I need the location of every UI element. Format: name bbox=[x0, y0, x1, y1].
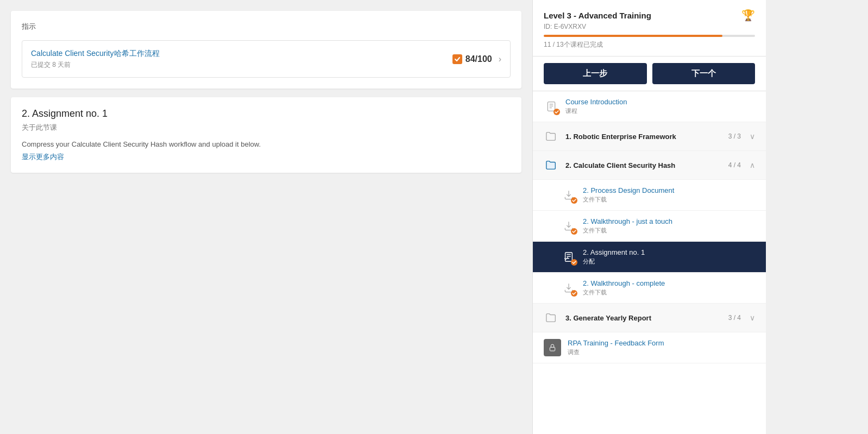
process-design-sub: 文件下载 bbox=[583, 196, 755, 204]
next-button[interactable]: 下一个 bbox=[652, 63, 756, 84]
assignment-active-title: 2. Assignment no. 1 bbox=[583, 248, 755, 256]
sidebar-item-walkthrough2[interactable]: 2. Walkthrough - complete 文件下载 bbox=[533, 273, 766, 304]
trophy-icon: 🏆 bbox=[741, 9, 755, 22]
section-1-chevron: ∨ bbox=[750, 132, 755, 141]
sidebar-item-assignment-active[interactable]: 2. Assignment no. 1 分配 bbox=[533, 242, 766, 273]
assignment-link[interactable]: Calculate Client Security哈希工作流程 bbox=[31, 49, 160, 58]
progress-text: 11 / 13个课程已完成 bbox=[544, 40, 755, 49]
section-3-chevron: ∨ bbox=[750, 313, 755, 322]
progress-bar-outer bbox=[544, 35, 755, 37]
section-2-chevron: ∧ bbox=[750, 161, 755, 169]
feedback-text: RPA Training - Feedback Form 调查 bbox=[568, 339, 755, 356]
completed-indicator-5 bbox=[571, 290, 577, 297]
section-2-title: 2. Calculate Client Security Hash bbox=[565, 161, 722, 169]
score-check-icon bbox=[452, 54, 462, 64]
walkthrough1-title: 2. Walkthrough - just a touch bbox=[583, 217, 755, 225]
section-3-title: 3. Generate Yearly Report bbox=[565, 314, 722, 322]
assignment-active-sub: 分配 bbox=[583, 257, 755, 266]
sidebar-header: Level 3 - Advanced Training 🏆 ID: E-6VXR… bbox=[533, 0, 766, 56]
section-2-count: 4 / 4 bbox=[728, 161, 741, 169]
show-more-link[interactable]: 显示更多内容 bbox=[22, 152, 511, 162]
doc-icon bbox=[544, 99, 559, 114]
process-design-text: 2. Process Design Document 文件下载 bbox=[583, 186, 755, 204]
section-1-title: 1. Robotic Enterprise Framework bbox=[565, 133, 722, 141]
download-icon-2 bbox=[561, 218, 576, 234]
sidebar-item-section-3[interactable]: 3. Generate Yearly Report 3 / 4 ∨ bbox=[533, 304, 766, 332]
folder-icon-2 bbox=[544, 158, 559, 173]
section-title: 2. Assignment no. 1 bbox=[22, 108, 511, 119]
instructions-card: 指示 Calculate Client Security哈希工作流程 已提交 8… bbox=[11, 11, 521, 89]
course-id: ID: E-6VXRXV bbox=[544, 23, 755, 30]
assignment-info: Calculate Client Security哈希工作流程 已提交 8 天前 bbox=[31, 48, 160, 70]
course-intro-sub: 课程 bbox=[565, 107, 755, 115]
folder-icon-1 bbox=[544, 129, 559, 144]
sidebar-item-feedback[interactable]: RPA Training - Feedback Form 调查 bbox=[533, 332, 766, 363]
section-sub: 关于此节课 bbox=[22, 123, 511, 133]
feedback-title: RPA Training - Feedback Form bbox=[568, 339, 755, 347]
score-area: 84/100 › bbox=[452, 54, 501, 64]
course-title: Level 3 - Advanced Training bbox=[544, 11, 651, 20]
section-card: 2. Assignment no. 1 关于此节课 Compress your … bbox=[11, 97, 521, 173]
submitted-text: 已提交 8 天前 bbox=[31, 60, 160, 70]
process-design-title: 2. Process Design Document bbox=[583, 186, 755, 194]
section-1-count: 3 / 3 bbox=[728, 133, 741, 140]
sidebar-items: Course Introduction 课程 1. Robotic Enterp… bbox=[533, 91, 766, 434]
walkthrough2-text: 2. Walkthrough - complete 文件下载 bbox=[583, 279, 755, 297]
assignment-row[interactable]: Calculate Client Security哈希工作流程 已提交 8 天前… bbox=[22, 40, 511, 78]
section-3-count: 3 / 4 bbox=[728, 314, 741, 322]
feedback-sub: 调查 bbox=[568, 348, 755, 356]
sidebar-item-section-1[interactable]: 1. Robotic Enterprise Framework 3 / 3 ∨ bbox=[533, 122, 766, 151]
arrow-icon: › bbox=[499, 54, 501, 64]
nav-buttons: 上一步 下一个 bbox=[533, 56, 766, 91]
progress-bar-inner bbox=[544, 35, 722, 37]
sidebar-item-course-intro[interactable]: Course Introduction 课程 bbox=[533, 91, 766, 122]
walkthrough2-title: 2. Walkthrough - complete bbox=[583, 279, 755, 287]
course-title-row: Level 3 - Advanced Training 🏆 bbox=[544, 9, 755, 22]
instructions-label: 指示 bbox=[22, 22, 511, 32]
course-intro-title: Course Introduction bbox=[565, 98, 755, 106]
walkthrough1-sub: 文件下载 bbox=[583, 227, 755, 235]
folder-icon-3 bbox=[544, 310, 559, 325]
course-intro-text: Course Introduction 课程 bbox=[565, 98, 755, 115]
completed-indicator-2 bbox=[571, 197, 577, 204]
svg-rect-8 bbox=[550, 347, 555, 351]
sidebar-item-process-design[interactable]: 2. Process Design Document 文件下载 bbox=[533, 180, 766, 211]
sidebar-item-section-2[interactable]: 2. Calculate Client Security Hash 4 / 4 … bbox=[533, 151, 766, 180]
score-value: 84/100 bbox=[466, 54, 492, 64]
walkthrough2-sub: 文件下载 bbox=[583, 288, 755, 297]
sidebar-item-walkthrough1[interactable]: 2. Walkthrough - just a touch 文件下载 bbox=[533, 211, 766, 242]
completed-indicator-3 bbox=[571, 228, 577, 235]
section-3-text: 3. Generate Yearly Report bbox=[565, 314, 722, 322]
completed-indicator-4 bbox=[571, 259, 577, 266]
download-icon-3 bbox=[561, 280, 576, 295]
completed-indicator bbox=[553, 109, 560, 115]
section-2-text: 2. Calculate Client Security Hash bbox=[565, 161, 722, 169]
assignment-active-text: 2. Assignment no. 1 分配 bbox=[583, 248, 755, 266]
sidebar: Level 3 - Advanced Training 🏆 ID: E-6VXR… bbox=[532, 0, 766, 434]
download-icon-1 bbox=[561, 187, 576, 203]
prev-button[interactable]: 上一步 bbox=[544, 63, 647, 84]
assign-icon bbox=[561, 249, 576, 265]
section-desc: Compress your Calculate Client Security … bbox=[22, 139, 511, 150]
walkthrough1-text: 2. Walkthrough - just a touch 文件下载 bbox=[583, 217, 755, 235]
lock-icon-box bbox=[544, 339, 561, 356]
section-1-text: 1. Robotic Enterprise Framework bbox=[565, 133, 722, 141]
main-content: 指示 Calculate Client Security哈希工作流程 已提交 8… bbox=[0, 0, 532, 434]
